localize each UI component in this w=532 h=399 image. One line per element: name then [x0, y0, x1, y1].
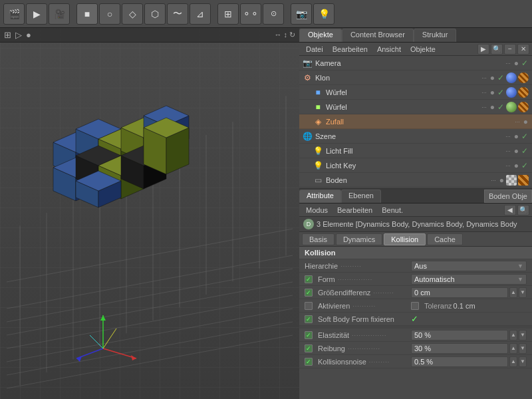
vp-icon-1: ⊞	[4, 30, 11, 40]
object-list: 📷 Kamera ··· ● ✓ ⚙ Klon ··· ● ✓ ■ Würfel	[299, 56, 532, 189]
groesse-down[interactable]: ▼	[519, 287, 527, 298]
menu-objekte[interactable]: Objekte	[406, 45, 440, 54]
ela-up[interactable]: ▲	[509, 330, 517, 340]
attr-title: Boden Obje	[484, 190, 532, 203]
form-val[interactable]: Automatisch ▼	[411, 274, 527, 285]
sub-tabs: Basis Dynamics Kollision Cache	[299, 232, 532, 247]
obj-wuerfel1[interactable]: ■ Würfel ··· ● ✓	[299, 85, 532, 100]
groesse-label: Größendifferenz	[318, 289, 370, 297]
obj-menu-bar: Datei Bearbeiten Ansicht Objekte ▶ 🔍 − ✕	[299, 43, 532, 56]
groesse-val[interactable]: 0 cm	[411, 287, 508, 298]
form-checkbox[interactable]: ✓	[305, 275, 313, 283]
obj-boden[interactable]: ▭ Boden ··· ●	[299, 173, 532, 188]
toolbar-btn-play[interactable]: ▶	[26, 3, 47, 25]
tab-content-browser[interactable]: Content Browser	[342, 29, 414, 42]
sub-tab-dynamics[interactable]: Dynamics	[336, 233, 382, 245]
svg-line-3	[7, 295, 293, 348]
field-aktivieren: Aktivieren ·········· Toleranz 0.1 cm	[299, 299, 532, 313]
toolbar-btn-camera[interactable]: 📷	[291, 3, 312, 25]
svg-line-2	[7, 282, 293, 335]
toleranz-label: Toleranz	[424, 302, 452, 310]
toolbar-btn-cube[interactable]: ■	[76, 3, 98, 25]
attr-menu-bearbeiten[interactable]: Bearbeiten	[333, 205, 376, 215]
obj-szene[interactable]: 🌐 Szene ··· ● ✓	[299, 129, 532, 144]
sub-tab-basis[interactable]: Basis	[302, 233, 334, 245]
svg-marker-55	[100, 315, 106, 321]
toolbar-btn-poly[interactable]: ⬡	[144, 3, 166, 25]
toolbar-btn-render[interactable]: ⊙	[263, 3, 284, 25]
field-groesse: ✓ Größendifferenz ········· 0 cm ▲ ▼	[299, 286, 532, 299]
tab-ebenen[interactable]: Ebenen	[341, 190, 381, 203]
ela-checkbox[interactable]: ✓	[305, 331, 313, 339]
toolbar-btn-spline[interactable]: 〜	[167, 3, 188, 25]
obj-zufall[interactable]: ◈ Zufall ··· ●	[299, 114, 532, 129]
noise-up[interactable]: ▲	[509, 356, 517, 367]
sub-tab-kollision[interactable]: Kollision	[384, 233, 426, 245]
menu-arrow-btn[interactable]: ▶	[477, 44, 489, 55]
toolbar-btn-light[interactable]: 💡	[313, 3, 334, 25]
zufall-icon: ◈	[313, 116, 323, 127]
noise-label: Kollisionsnoise	[318, 358, 366, 366]
viewport[interactable]: ⊞ ▷ ● ↔ ↕ ↻	[0, 28, 299, 399]
menu-datei[interactable]: Datei	[302, 45, 327, 54]
reibung-down[interactable]: ▼	[519, 343, 527, 354]
tab-attribute[interactable]: Attribute	[299, 190, 341, 203]
groesse-up[interactable]: ▲	[509, 287, 517, 298]
menu-minimize-btn[interactable]: −	[504, 44, 516, 55]
reibung-label: Reibung	[318, 344, 345, 352]
attr-menu-modus[interactable]: Modus	[302, 205, 332, 215]
groesse-checkbox[interactable]: ✓	[305, 289, 313, 297]
hierarchie-val[interactable]: Aus ▼	[411, 261, 527, 271]
obj-kamera[interactable]: 📷 Kamera ··· ● ✓	[299, 56, 532, 70]
wuerfel1-icon: ■	[313, 87, 323, 98]
menu-bearbeiten[interactable]: Bearbeiten	[329, 45, 372, 54]
attr-info-row: D 3 Elemente [Dynamics Body, Dynamics Bo…	[299, 217, 532, 232]
ela-down[interactable]: ▼	[519, 330, 527, 340]
attr-info-text: 3 Elemente [Dynamics Body, Dynamics Body…	[317, 220, 517, 228]
form-dots: ···············	[338, 276, 373, 283]
toolbar-btn-shape[interactable]: ◇	[122, 3, 143, 25]
toolbar-btn-nurbs[interactable]: ⊿	[190, 3, 211, 25]
noise-down[interactable]: ▼	[519, 356, 527, 367]
reibung-up[interactable]: ▲	[509, 343, 517, 354]
toolbar-btn-film[interactable]: 🎬	[3, 3, 25, 25]
section-kollision: Kollision	[299, 247, 532, 259]
menu-close-btn[interactable]: ✕	[517, 44, 529, 55]
svg-line-52	[103, 348, 136, 358]
svg-line-1	[7, 269, 293, 322]
tab-struktur[interactable]: Struktur	[414, 29, 457, 42]
toolbar-btn-circle[interactable]: ○	[99, 3, 120, 25]
vp-position: ↔ ↕ ↻	[274, 31, 295, 39]
szene-label: Szene	[315, 132, 503, 140]
menu-search-btn[interactable]: 🔍	[491, 44, 503, 55]
noise-val[interactable]: 0.5 %	[411, 356, 508, 367]
top-toolbar: 🎬 ▶ 🎥 ■ ○ ◇ ⬡ 〜 ⊿ ⊞ ⚬⚬ ⊙ 📷 💡	[0, 0, 532, 28]
tab-objekte[interactable]: Objekte	[299, 29, 342, 42]
toleranz-val: 0.1 cm	[454, 302, 475, 310]
obj-klon[interactable]: ⚙ Klon ··· ● ✓	[299, 70, 532, 85]
menu-ansicht[interactable]: Ansicht	[373, 45, 405, 54]
reibung-checkbox[interactable]: ✓	[305, 344, 313, 352]
svg-line-5	[7, 322, 293, 375]
obj-licht-key[interactable]: 💡 Licht Key ··· ● ✓	[299, 158, 532, 173]
softbody-checkbox[interactable]: ✓	[305, 315, 313, 323]
attr-search-btn[interactable]: 🔍	[517, 205, 529, 215]
sub-tab-cache[interactable]: Cache	[427, 233, 463, 245]
attr-back-btn[interactable]: ◀	[504, 205, 516, 215]
form-label: Form	[318, 275, 335, 283]
obj-wuerfel2[interactable]: ■ Würfel ··· ● ✓	[299, 100, 532, 114]
ela-val[interactable]: 50 %	[411, 330, 508, 340]
softbody-label: Soft Body Form fixieren	[318, 315, 394, 323]
aktivieren-val-check[interactable]	[411, 302, 419, 310]
toolbar-btn-array[interactable]: ⚬⚬	[240, 3, 261, 25]
toolbar-btn-deform[interactable]: ⊞	[217, 3, 239, 25]
aktivieren-checkbox[interactable]	[305, 302, 313, 310]
boden-thumb2	[518, 175, 529, 186]
obj-licht-fill[interactable]: 💡 Licht Fill ··· ● ✓	[299, 144, 532, 158]
toolbar-btn-record[interactable]: 🎥	[49, 3, 70, 25]
attr-menu-benut[interactable]: Benut.	[378, 205, 407, 215]
field-kollisionsnoise: ✓ Kollisionsnoise ········· 0.5 % ▲ ▼	[299, 355, 532, 368]
noise-checkbox[interactable]: ✓	[305, 358, 313, 366]
szene-icon: 🌐	[302, 131, 313, 142]
reibung-val[interactable]: 30 %	[411, 343, 508, 354]
